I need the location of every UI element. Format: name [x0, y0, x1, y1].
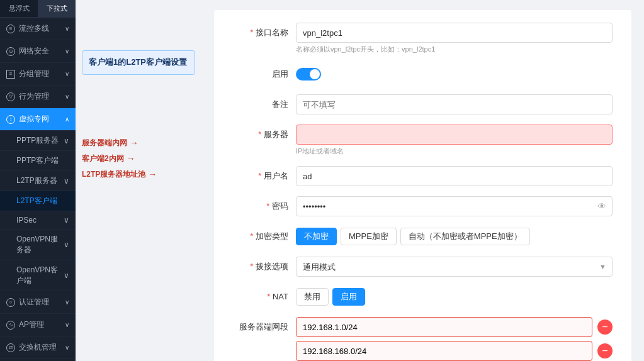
- sidebar-item-group-mgmt[interactable]: ≡ 分组管理 ∨: [0, 63, 76, 86]
- arrow-icon: →: [148, 169, 157, 179]
- switch-icon: ⇄: [6, 343, 15, 352]
- encrypt-row: 加密类型 不加密 MPPE加密 自动（不加密或者MPPE加密）: [233, 226, 613, 247]
- vpn-icon: ↕: [6, 115, 15, 124]
- network-entry-1: −: [296, 317, 613, 337]
- enabled-toggle[interactable]: [296, 68, 321, 81]
- form-panel: 接口名称 名称必须以vpn_l2tpc开头，比如：vpn_l2tpc1 启用 备…: [201, 0, 644, 361]
- sidebar-item-auth-mgmt[interactable]: ○ 认证管理 ∨: [0, 291, 76, 314]
- eye-icon[interactable]: 👁: [597, 201, 606, 211]
- annotation-panel: 客户端1的L2TP客户端设置 服务器端内网 → 客户端2内网 → L2TP服务器…: [76, 0, 201, 361]
- chevron-icon: ∨: [65, 48, 69, 55]
- server-label: 服务器: [233, 125, 296, 145]
- auth-icon: ○: [6, 298, 15, 307]
- server-subnet-label: 服务器端网段: [233, 317, 296, 337]
- client2-subnet-annotation: 客户端2内网 →: [82, 153, 195, 164]
- sidebar-item-openvpn-server[interactable]: OpenVPN服务器 ∨: [0, 230, 76, 260]
- dialup-label: 拨接选项: [233, 257, 296, 277]
- nat-label: NAT: [233, 287, 296, 307]
- network-remove-btn-2[interactable]: −: [597, 343, 613, 358]
- list-icon: ≡: [6, 70, 15, 79]
- username-label: 用户名: [233, 166, 296, 186]
- encrypt-none-btn[interactable]: 不加密: [296, 228, 337, 245]
- server-input[interactable]: [296, 125, 613, 145]
- nat-disable-btn[interactable]: 禁用: [296, 288, 329, 306]
- sidebar-item-l2tp-server[interactable]: L2TP服务器 ∨: [0, 171, 76, 191]
- sidebar-item-ap-mgmt[interactable]: ∿ AP管理 ∨: [0, 314, 76, 336]
- notes-row: 备注: [233, 94, 613, 114]
- main-content: 客户端1的L2TP客户端设置 服务器端内网 → 客户端2内网 → L2TP服务器…: [76, 0, 644, 361]
- sidebar-item-security[interactable]: ⊙ 网络安全 ∨: [0, 40, 76, 63]
- network-control-1: − − + − 可选，如果需要和服务器网络的主机通信必须设置格式为：A.B.C.…: [296, 317, 613, 361]
- chevron-icon: ∨: [64, 136, 69, 145]
- dialup-control: 通用模式 ▼: [296, 257, 613, 277]
- nat-enable-btn[interactable]: 启用: [332, 288, 365, 306]
- sidebar-item-vpn[interactable]: ↕ 虚拟专网 ∧: [0, 108, 76, 131]
- ap-icon: ∿: [6, 321, 15, 330]
- notes-label: 备注: [233, 94, 296, 114]
- sidebar-item-openvpn-client[interactable]: OpenVPN客户端 ∨: [0, 260, 76, 291]
- server-subnet-annotation: 服务器端内网 →: [82, 138, 195, 148]
- server-hint: IP地址或者域名: [296, 147, 613, 156]
- sidebar-item-multiline[interactable]: ≡ 流控多线 ∨: [0, 18, 76, 40]
- chevron-icon: ∨: [65, 25, 69, 32]
- shield-icon: ⊙: [6, 47, 15, 56]
- sidebar-item-pptp-server[interactable]: PPTP服务器 ∨: [0, 131, 76, 151]
- encrypt-auto-btn[interactable]: 自动（不加密或者MPPE加密）: [400, 228, 530, 245]
- arrow-icon: →: [130, 138, 138, 148]
- interface-input[interactable]: [296, 23, 613, 43]
- nat-control: 禁用 启用: [296, 287, 613, 307]
- encrypt-control: 不加密 MPPE加密 自动（不加密或者MPPE加密）: [296, 226, 613, 247]
- dialup-select[interactable]: 通用模式: [296, 257, 613, 277]
- chevron-icon: ∨: [65, 93, 69, 100]
- signal-icon: ≡: [6, 25, 15, 33]
- sidebar: 悬浮式 下拉式 ≡ 流控多线 ∨ ⊙ 网络安全 ∨ ≡ 分组管理 ∨ ▽ 行为管…: [0, 0, 76, 361]
- network-input-1[interactable]: [296, 317, 592, 337]
- form-card: 接口名称 名称必须以vpn_l2tpc开头，比如：vpn_l2tpc1 启用 备…: [214, 10, 631, 361]
- tab-dropdown[interactable]: 下拉式: [38, 0, 76, 17]
- username-control: [296, 166, 613, 186]
- chevron-icon: ∨: [65, 321, 69, 328]
- password-input[interactable]: [296, 196, 613, 216]
- sidebar-item-l2tp-client[interactable]: L2TP客户端: [0, 191, 76, 211]
- username-row: 用户名: [233, 166, 613, 186]
- sidebar-item-pptp-client[interactable]: PPTP客户端: [0, 151, 76, 171]
- notes-control: [296, 94, 613, 114]
- content-area: 客户端1的L2TP客户端设置 服务器端内网 → 客户端2内网 → L2TP服务器…: [76, 0, 644, 361]
- password-label: 密码: [233, 196, 296, 216]
- dialup-row: 拨接选项 通用模式 ▼: [233, 257, 613, 277]
- chevron-icon: ∨: [65, 344, 69, 351]
- password-row: 密码 👁: [233, 196, 613, 216]
- server-control: IP地址或者域名: [296, 125, 613, 156]
- chevron-icon: ∨: [64, 177, 69, 186]
- filter-icon: ▽: [6, 92, 15, 101]
- username-input[interactable]: [296, 166, 613, 186]
- enabled-label: 启用: [233, 64, 296, 84]
- chevron-icon: ∨: [65, 70, 69, 77]
- sidebar-item-ipsec[interactable]: IPSec ∨: [0, 211, 76, 230]
- network-input-2[interactable]: [296, 341, 592, 361]
- tab-floating[interactable]: 悬浮式: [0, 0, 38, 17]
- network-row-1: 服务器端网段 − − + −: [233, 317, 613, 361]
- arrow-icon: →: [127, 153, 135, 164]
- interface-hint: 名称必须以vpn_l2tpc开头，比如：vpn_l2tpc1: [296, 45, 613, 54]
- chevron-up-icon: ∧: [65, 116, 69, 123]
- interface-row: 接口名称 名称必须以vpn_l2tpc开头，比如：vpn_l2tpc1: [233, 23, 613, 54]
- interface-control: 名称必须以vpn_l2tpc开头，比如：vpn_l2tpc1: [296, 23, 613, 54]
- l2tp-pool-annotation: L2TP服务器地址池 →: [82, 169, 195, 180]
- chevron-icon: ∨: [64, 240, 69, 249]
- network-remove-btn-1[interactable]: −: [597, 319, 613, 335]
- server-row: 服务器 IP地址或者域名: [233, 125, 613, 156]
- nat-row: NAT 禁用 启用: [233, 287, 613, 307]
- notes-input[interactable]: [296, 94, 613, 114]
- interface-label: 接口名称: [233, 23, 296, 43]
- chevron-icon: ∨: [65, 299, 69, 306]
- client-setting-annotation: 客户端1的L2TP客户端设置: [82, 50, 195, 75]
- sidebar-item-behavior[interactable]: ▽ 行为管理 ∨: [0, 86, 76, 108]
- enabled-control: [296, 64, 613, 84]
- chevron-icon: ∨: [64, 216, 69, 225]
- sidebar-item-switch-mgmt[interactable]: ⇄ 交换机管理 ∨: [0, 336, 76, 359]
- password-control: 👁: [296, 196, 613, 216]
- network-entry-2: −: [296, 341, 613, 361]
- encrypt-mppe-btn[interactable]: MPPE加密: [341, 228, 397, 245]
- encrypt-label: 加密类型: [233, 226, 296, 247]
